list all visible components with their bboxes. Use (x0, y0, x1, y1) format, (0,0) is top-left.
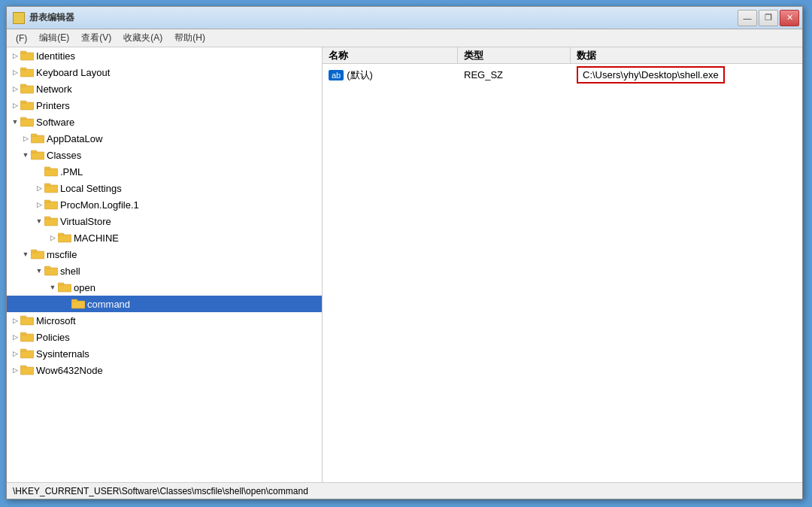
tree-item-classes[interactable]: ▼ Classes (7, 147, 322, 163)
tree-item-keyboard-layout[interactable]: ▷ Keyboard Layout (7, 64, 322, 80)
svg-rect-18 (44, 202, 58, 209)
tree-item-network[interactable]: ▷ Network (7, 80, 322, 97)
folder-icon-classes (31, 150, 44, 160)
tree-item-pml[interactable]: ▷ .PML (7, 163, 322, 180)
expand-arrow-wow6432: ▷ (10, 365, 20, 375)
expand-arrow-keyboard-layout: ▷ (10, 67, 20, 77)
svg-rect-25 (31, 250, 37, 252)
svg-rect-8 (20, 119, 34, 126)
tree-item-policies[interactable]: ▷ Policies (7, 329, 322, 345)
tree-item-procmon-logfile[interactable]: ▷ ProcMon.Logfile.1 (7, 196, 322, 213)
menu-bar: (F) 编辑(E) 查看(V) 收藏夹(A) 帮助(H) (7, 29, 802, 47)
reg-type-cell: REG_SZ (458, 67, 571, 83)
reg-name-value: (默认) (347, 68, 373, 82)
restore-button[interactable]: ❐ (759, 10, 778, 26)
svg-rect-1 (20, 51, 26, 53)
folder-icon-shell (44, 266, 58, 276)
svg-rect-33 (20, 316, 26, 318)
label-procmon: ProcMon.Logfile.1 (60, 199, 139, 211)
svg-rect-6 (20, 102, 34, 110)
svg-rect-9 (20, 117, 26, 120)
reg-type-badge: ab (329, 70, 344, 80)
tree-item-shell[interactable]: ▼ shell (7, 263, 322, 279)
label-microsoft: Microsoft (36, 315, 76, 326)
tree-item-virtualstore[interactable]: ▼ VirtualStore (7, 213, 322, 229)
tree-item-microsoft[interactable]: ▷ Microsoft (7, 312, 322, 329)
tree-item-open[interactable]: ▼ open (7, 279, 322, 296)
svg-rect-13 (31, 150, 37, 153)
status-bar: \HKEY_CURRENT_USER\Software\Classes\mscf… (7, 482, 802, 499)
svg-rect-19 (44, 200, 50, 202)
svg-rect-38 (20, 367, 34, 375)
folder-icon-procmon (44, 199, 58, 210)
title-bar-left: 册表编辑器 (13, 11, 74, 24)
label-command: command (87, 299, 130, 310)
svg-rect-39 (20, 366, 26, 368)
menu-edit[interactable]: 编辑(E) (33, 30, 75, 46)
tree-scroll[interactable]: ▷ Identities ▷ Keyboard Layout ▷ (7, 47, 322, 482)
folder-icon-machine (58, 232, 71, 243)
tree-item-machine[interactable]: ▷ MACHINE (7, 229, 322, 246)
expand-arrow-open: ▼ (47, 282, 58, 293)
tree-item-printers[interactable]: ▷ Printers (7, 97, 322, 114)
folder-icon-command (71, 299, 85, 309)
label-mscfile: mscfile (47, 249, 77, 260)
svg-rect-34 (20, 334, 34, 342)
svg-rect-16 (44, 185, 58, 193)
tree-item-appdatalow[interactable]: ▷ AppDataLow (7, 130, 322, 147)
svg-rect-37 (20, 349, 26, 351)
folder-icon-keyboard-layout (20, 67, 34, 77)
registry-row[interactable]: ab (默认) REG_SZ C:\Users\yhy\Desktop\shel… (323, 64, 802, 86)
tree-item-sysinternals[interactable]: ▷ Sysinternals (7, 345, 322, 362)
menu-favorites[interactable]: 收藏夹(A) (117, 30, 168, 46)
tree-item-local-settings[interactable]: ▷ Local Settings (7, 180, 322, 196)
close-button[interactable]: ✕ (780, 10, 799, 26)
label-policies: Policies (36, 332, 70, 343)
svg-rect-26 (44, 268, 58, 275)
svg-rect-7 (20, 101, 26, 103)
tree-panel: ▷ Identities ▷ Keyboard Layout ▷ (7, 47, 323, 482)
tree-item-wow6432node[interactable]: ▷ Wow6432Node (7, 362, 322, 378)
expand-arrow-mscfile: ▼ (20, 249, 31, 260)
minimize-button[interactable]: — (738, 10, 757, 26)
expand-arrow-machine: ▷ (47, 232, 58, 243)
svg-rect-21 (44, 217, 50, 219)
tree-item-identities[interactable]: ▷ Identities (7, 47, 322, 64)
svg-rect-22 (58, 235, 71, 242)
tree-item-mscfile[interactable]: ▼ mscfile (7, 246, 322, 263)
label-network: Network (36, 83, 72, 95)
window-title: 册表编辑器 (29, 11, 74, 24)
reg-data-value: C:\Users\yhy\Desktop\shell.exe (577, 66, 725, 83)
registry-editor-window: 册表编辑器 — ❐ ✕ (F) 编辑(E) 查看(V) 收藏夹(A) 帮助(H)… (6, 6, 803, 499)
title-buttons: — ❐ ✕ (738, 10, 799, 26)
col-header-type: 类型 (458, 47, 571, 64)
svg-rect-30 (71, 301, 85, 308)
svg-rect-29 (58, 283, 64, 285)
col-header-data: 数据 (571, 47, 802, 64)
tree-item-software[interactable]: ▼ Software (7, 114, 322, 130)
svg-rect-17 (44, 184, 50, 186)
menu-help[interactable]: 帮助(H) (168, 30, 211, 46)
svg-rect-15 (44, 167, 50, 169)
expand-arrow-policies: ▷ (10, 332, 20, 342)
menu-file[interactable]: (F) (10, 32, 33, 45)
folder-icon-network (20, 83, 34, 94)
folder-icon-pml (44, 166, 58, 177)
expand-arrow-virtualstore: ▼ (34, 216, 44, 226)
folder-icon-appdatalow (31, 133, 44, 144)
expand-arrow-identities: ▷ (10, 50, 20, 61)
tree-item-command[interactable]: ▷ command (7, 296, 322, 312)
svg-rect-36 (20, 351, 34, 358)
main-content: ▷ Identities ▷ Keyboard Layout ▷ (7, 47, 802, 482)
svg-rect-32 (20, 317, 34, 325)
label-classes: Classes (47, 150, 81, 161)
right-content[interactable]: ab (默认) REG_SZ C:\Users\yhy\Desktop\shel… (323, 64, 802, 482)
right-header: 名称 类型 数据 (323, 47, 802, 64)
menu-view[interactable]: 查看(V) (75, 30, 117, 46)
right-panel: 名称 类型 数据 ab (默认) REG_SZ C:\Users\yhy\Des… (323, 47, 802, 482)
svg-rect-10 (31, 135, 44, 143)
expand-arrow-local-settings: ▷ (34, 183, 44, 193)
expand-arrow-software: ▼ (10, 117, 20, 127)
folder-icon-microsoft (20, 315, 34, 326)
label-printers: Printers (36, 100, 70, 111)
